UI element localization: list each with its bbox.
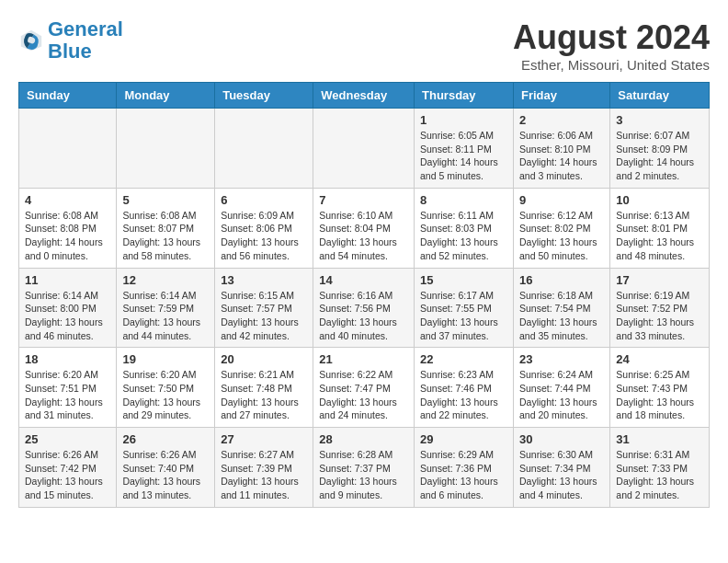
day-info: Sunrise: 6:27 AM Sunset: 7:39 PM Dayligh… xyxy=(221,448,307,502)
day-cell: 2Sunrise: 6:06 AM Sunset: 8:10 PM Daylig… xyxy=(513,109,609,189)
logo: General Blue xyxy=(18,18,123,63)
day-info: Sunrise: 6:24 AM Sunset: 7:44 PM Dayligh… xyxy=(519,368,604,422)
day-number: 8 xyxy=(420,193,507,207)
day-cell: 5Sunrise: 6:08 AM Sunset: 8:07 PM Daylig… xyxy=(117,188,215,268)
logo-blue: Blue xyxy=(48,40,92,63)
day-number: 26 xyxy=(122,432,209,446)
day-cell xyxy=(313,109,415,189)
week-row-1: 1Sunrise: 6:05 AM Sunset: 8:11 PM Daylig… xyxy=(19,109,710,189)
weekday-header-tuesday: Tuesday xyxy=(215,83,313,109)
weekday-header-wednesday: Wednesday xyxy=(313,83,415,109)
day-cell: 29Sunrise: 6:29 AM Sunset: 7:36 PM Dayli… xyxy=(415,428,514,508)
day-number: 3 xyxy=(616,113,703,127)
day-info: Sunrise: 6:13 AM Sunset: 8:01 PM Dayligh… xyxy=(616,209,703,263)
logo-icon xyxy=(18,28,44,53)
day-number: 28 xyxy=(319,432,408,446)
weekday-header-saturday: Saturday xyxy=(610,83,710,109)
day-info: Sunrise: 6:16 AM Sunset: 7:56 PM Dayligh… xyxy=(319,289,408,343)
day-info: Sunrise: 6:07 AM Sunset: 8:09 PM Dayligh… xyxy=(616,129,703,183)
header: General Blue August 2024 Esther, Missour… xyxy=(18,18,710,73)
day-number: 29 xyxy=(420,432,507,446)
day-cell: 18Sunrise: 6:20 AM Sunset: 7:51 PM Dayli… xyxy=(19,348,117,428)
day-info: Sunrise: 6:20 AM Sunset: 7:51 PM Dayligh… xyxy=(25,368,110,422)
day-cell: 7Sunrise: 6:10 AM Sunset: 8:04 PM Daylig… xyxy=(313,188,415,268)
day-cell: 8Sunrise: 6:11 AM Sunset: 8:03 PM Daylig… xyxy=(415,188,514,268)
week-row-2: 4Sunrise: 6:08 AM Sunset: 8:08 PM Daylig… xyxy=(19,188,710,268)
weekday-header-sunday: Sunday xyxy=(19,83,117,109)
day-info: Sunrise: 6:31 AM Sunset: 7:33 PM Dayligh… xyxy=(616,448,703,502)
day-cell: 24Sunrise: 6:25 AM Sunset: 7:43 PM Dayli… xyxy=(610,348,710,428)
day-info: Sunrise: 6:09 AM Sunset: 8:06 PM Dayligh… xyxy=(221,209,307,263)
day-cell: 16Sunrise: 6:18 AM Sunset: 7:54 PM Dayli… xyxy=(513,268,609,348)
week-row-5: 25Sunrise: 6:26 AM Sunset: 7:42 PM Dayli… xyxy=(19,428,710,508)
day-number: 27 xyxy=(221,432,307,446)
day-cell: 11Sunrise: 6:14 AM Sunset: 8:00 PM Dayli… xyxy=(19,268,117,348)
day-info: Sunrise: 6:20 AM Sunset: 7:50 PM Dayligh… xyxy=(122,368,209,422)
month-year: August 2024 xyxy=(513,18,710,57)
day-number: 4 xyxy=(25,193,110,207)
day-number: 14 xyxy=(319,273,408,287)
day-number: 15 xyxy=(420,273,507,287)
day-cell: 3Sunrise: 6:07 AM Sunset: 8:09 PM Daylig… xyxy=(610,109,710,189)
day-cell: 6Sunrise: 6:09 AM Sunset: 8:06 PM Daylig… xyxy=(215,188,313,268)
day-cell: 31Sunrise: 6:31 AM Sunset: 7:33 PM Dayli… xyxy=(610,428,710,508)
day-number: 12 xyxy=(122,273,209,287)
day-cell: 20Sunrise: 6:21 AM Sunset: 7:48 PM Dayli… xyxy=(215,348,313,428)
day-cell: 22Sunrise: 6:23 AM Sunset: 7:46 PM Dayli… xyxy=(415,348,514,428)
day-info: Sunrise: 6:29 AM Sunset: 7:36 PM Dayligh… xyxy=(420,448,507,502)
day-info: Sunrise: 6:14 AM Sunset: 8:00 PM Dayligh… xyxy=(25,289,110,343)
day-cell: 26Sunrise: 6:26 AM Sunset: 7:40 PM Dayli… xyxy=(117,428,215,508)
day-info: Sunrise: 6:15 AM Sunset: 7:57 PM Dayligh… xyxy=(221,289,307,343)
day-cell: 19Sunrise: 6:20 AM Sunset: 7:50 PM Dayli… xyxy=(117,348,215,428)
day-info: Sunrise: 6:26 AM Sunset: 7:42 PM Dayligh… xyxy=(25,448,110,502)
location: Esther, Missouri, United States xyxy=(513,57,710,73)
week-row-4: 18Sunrise: 6:20 AM Sunset: 7:51 PM Dayli… xyxy=(19,348,710,428)
day-info: Sunrise: 6:21 AM Sunset: 7:48 PM Dayligh… xyxy=(221,368,307,422)
day-info: Sunrise: 6:22 AM Sunset: 7:47 PM Dayligh… xyxy=(319,368,408,422)
day-info: Sunrise: 6:26 AM Sunset: 7:40 PM Dayligh… xyxy=(122,448,209,502)
title-area: August 2024 Esther, Missouri, United Sta… xyxy=(513,18,710,73)
weekday-header-friday: Friday xyxy=(513,83,609,109)
day-info: Sunrise: 6:14 AM Sunset: 7:59 PM Dayligh… xyxy=(122,289,209,343)
logo-text: General Blue xyxy=(48,18,123,63)
day-info: Sunrise: 6:18 AM Sunset: 7:54 PM Dayligh… xyxy=(519,289,604,343)
day-cell: 27Sunrise: 6:27 AM Sunset: 7:39 PM Dayli… xyxy=(215,428,313,508)
day-number: 24 xyxy=(616,352,703,366)
day-info: Sunrise: 6:08 AM Sunset: 8:08 PM Dayligh… xyxy=(25,209,110,263)
day-number: 20 xyxy=(221,352,307,366)
day-cell: 21Sunrise: 6:22 AM Sunset: 7:47 PM Dayli… xyxy=(313,348,415,428)
day-number: 6 xyxy=(221,193,307,207)
day-number: 11 xyxy=(25,273,110,287)
logo-general: General xyxy=(48,17,123,40)
day-number: 1 xyxy=(420,113,507,127)
day-cell: 17Sunrise: 6:19 AM Sunset: 7:52 PM Dayli… xyxy=(610,268,710,348)
day-cell: 15Sunrise: 6:17 AM Sunset: 7:55 PM Dayli… xyxy=(415,268,514,348)
day-number: 5 xyxy=(122,193,209,207)
day-cell: 10Sunrise: 6:13 AM Sunset: 8:01 PM Dayli… xyxy=(610,188,710,268)
day-cell: 4Sunrise: 6:08 AM Sunset: 8:08 PM Daylig… xyxy=(19,188,117,268)
day-cell: 30Sunrise: 6:30 AM Sunset: 7:34 PM Dayli… xyxy=(513,428,609,508)
day-cell: 13Sunrise: 6:15 AM Sunset: 7:57 PM Dayli… xyxy=(215,268,313,348)
day-cell: 23Sunrise: 6:24 AM Sunset: 7:44 PM Dayli… xyxy=(513,348,609,428)
day-info: Sunrise: 6:10 AM Sunset: 8:04 PM Dayligh… xyxy=(319,209,408,263)
day-info: Sunrise: 6:05 AM Sunset: 8:11 PM Dayligh… xyxy=(420,129,507,183)
day-info: Sunrise: 6:12 AM Sunset: 8:02 PM Dayligh… xyxy=(519,209,604,263)
calendar-table: SundayMondayTuesdayWednesdayThursdayFrid… xyxy=(18,82,710,508)
day-number: 13 xyxy=(221,273,307,287)
day-number: 31 xyxy=(616,432,703,446)
day-number: 17 xyxy=(616,273,703,287)
day-number: 10 xyxy=(616,193,703,207)
day-info: Sunrise: 6:06 AM Sunset: 8:10 PM Dayligh… xyxy=(519,129,604,183)
day-number: 23 xyxy=(519,352,604,366)
week-row-3: 11Sunrise: 6:14 AM Sunset: 8:00 PM Dayli… xyxy=(19,268,710,348)
day-info: Sunrise: 6:25 AM Sunset: 7:43 PM Dayligh… xyxy=(616,368,703,422)
day-cell xyxy=(215,109,313,189)
day-info: Sunrise: 6:19 AM Sunset: 7:52 PM Dayligh… xyxy=(616,289,703,343)
weekday-header-row: SundayMondayTuesdayWednesdayThursdayFrid… xyxy=(19,83,710,109)
day-number: 30 xyxy=(519,432,604,446)
day-cell: 12Sunrise: 6:14 AM Sunset: 7:59 PM Dayli… xyxy=(117,268,215,348)
day-info: Sunrise: 6:08 AM Sunset: 8:07 PM Dayligh… xyxy=(122,209,209,263)
day-number: 25 xyxy=(25,432,110,446)
day-info: Sunrise: 6:17 AM Sunset: 7:55 PM Dayligh… xyxy=(420,289,507,343)
day-number: 16 xyxy=(519,273,604,287)
